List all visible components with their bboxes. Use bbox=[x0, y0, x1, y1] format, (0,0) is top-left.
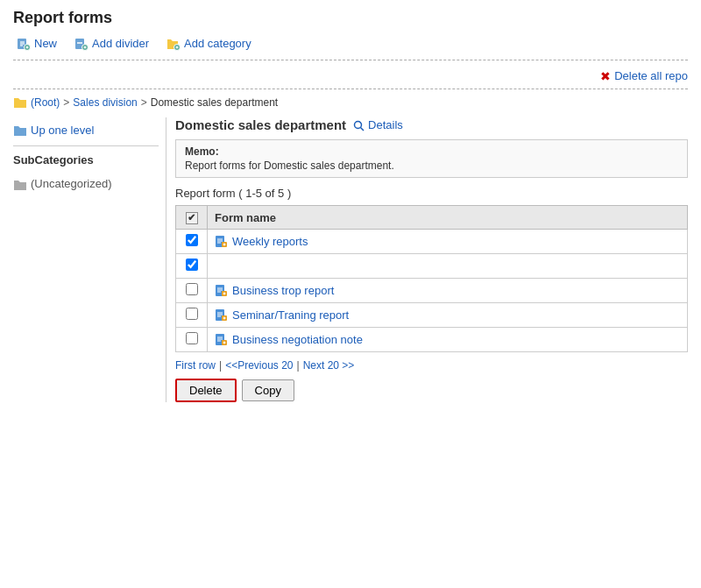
table-header-form-name: Form name bbox=[208, 206, 688, 230]
details-link[interactable]: Details bbox=[353, 118, 403, 132]
up-level-label: Up one level bbox=[31, 124, 94, 137]
content-header: Domestic sales department Details bbox=[175, 117, 688, 132]
add-category-icon bbox=[166, 36, 181, 51]
memo-text: Report forms for Domestic sales departme… bbox=[185, 159, 678, 172]
report-link-0[interactable]: Weekly reports bbox=[215, 235, 680, 248]
pagination-sep1: | bbox=[219, 359, 222, 372]
content-area: Domestic sales department Details Memo: … bbox=[175, 117, 688, 402]
row-name-cell-0: Weekly reports bbox=[208, 229, 688, 253]
new-icon bbox=[17, 36, 31, 51]
svg-point-15 bbox=[355, 121, 362, 128]
row-name-cell-3: Seminar/Traning report bbox=[208, 302, 688, 327]
uncategorized-item[interactable]: (Uncategorized) bbox=[13, 174, 159, 195]
memo-box: Memo: Report forms for Domestic sales de… bbox=[175, 139, 688, 178]
row-checkbox-3[interactable] bbox=[186, 308, 198, 320]
row-checkbox-2[interactable] bbox=[186, 283, 198, 295]
breadcrumb-domestic-sales: Domestic sales department bbox=[151, 96, 278, 109]
breadcrumb-sep2: > bbox=[141, 96, 147, 109]
row-checkbox-cell-1 bbox=[176, 253, 208, 278]
uncategorized-label: (Uncategorized) bbox=[31, 177, 112, 190]
report-icon bbox=[215, 284, 228, 297]
page-title: Report forms bbox=[13, 9, 688, 27]
table-row: Business trop report bbox=[176, 278, 688, 302]
report-link-4[interactable]: Business negotiation note bbox=[215, 333, 680, 346]
report-icon bbox=[215, 333, 228, 346]
new-button[interactable]: New bbox=[13, 34, 60, 53]
row-name-cell-2: Business trop report bbox=[208, 278, 688, 302]
next-link[interactable]: Next 20 >> bbox=[303, 359, 355, 372]
memo-label: Memo: bbox=[185, 145, 678, 158]
row-name-cell-1 bbox=[208, 253, 688, 278]
delete-button[interactable]: Delete bbox=[175, 379, 237, 402]
copy-button[interactable]: Copy bbox=[242, 379, 294, 401]
row-checkbox-1[interactable] bbox=[186, 259, 198, 271]
row-checkbox-cell-2 bbox=[176, 278, 208, 302]
report-form-header: Report form ( 1-5 of 5 ) bbox=[175, 187, 688, 200]
report-name-0: Weekly reports bbox=[232, 235, 308, 248]
report-name-3: Seminar/Traning report bbox=[232, 308, 349, 322]
breadcrumb-folder-icon bbox=[13, 96, 27, 110]
sidebar: Up one level SubCategories (Uncategorize… bbox=[13, 117, 166, 402]
report-table: ✔ Form name Weekly reports Busi bbox=[175, 205, 688, 352]
delete-all-icon: ✖ bbox=[600, 69, 611, 83]
add-category-label: Add category bbox=[184, 37, 251, 50]
table-header-checkbox: ✔ bbox=[176, 206, 208, 230]
svg-line-16 bbox=[361, 127, 365, 131]
prev-link[interactable]: <<Previous 20 bbox=[225, 359, 293, 372]
details-label: Details bbox=[368, 118, 403, 131]
breadcrumb-sales-division[interactable]: Sales division bbox=[73, 96, 137, 109]
up-one-level-link[interactable]: Up one level bbox=[13, 117, 159, 142]
delete-all-label: Delete all repo bbox=[614, 69, 688, 82]
report-link-3[interactable]: Seminar/Traning report bbox=[215, 308, 680, 322]
breadcrumb-root[interactable]: (Root) bbox=[31, 96, 60, 109]
table-row: Weekly reports bbox=[176, 229, 688, 253]
report-icon bbox=[215, 235, 228, 248]
table-row bbox=[176, 253, 688, 278]
row-checkbox-4[interactable] bbox=[186, 332, 198, 344]
breadcrumb: (Root) > Sales division > Domestic sales… bbox=[13, 96, 688, 110]
report-name-4: Business negotiation note bbox=[232, 333, 363, 346]
add-category-button[interactable]: Add category bbox=[163, 34, 255, 53]
breadcrumb-sep1: > bbox=[63, 96, 69, 109]
up-level-folder-icon bbox=[13, 123, 27, 137]
row-checkbox-0[interactable] bbox=[186, 234, 198, 246]
row-checkbox-cell-0 bbox=[176, 229, 208, 253]
pagination-row: First row | <<Previous 20 | Next 20 >> bbox=[175, 359, 688, 372]
main-content: Up one level SubCategories (Uncategorize… bbox=[13, 117, 688, 402]
delete-all-row: ✖ Delete all repo bbox=[13, 66, 688, 89]
report-link-2[interactable]: Business trop report bbox=[215, 284, 680, 297]
pagination-sep2: | bbox=[297, 359, 300, 372]
select-all-checkbox[interactable]: ✔ bbox=[186, 212, 198, 224]
report-name-2: Business trop report bbox=[232, 284, 334, 297]
toolbar: New Add divider bbox=[13, 34, 688, 60]
row-checkbox-cell-4 bbox=[176, 327, 208, 351]
add-divider-icon bbox=[74, 36, 89, 51]
sidebar-divider bbox=[13, 145, 159, 146]
add-divider-button[interactable]: Add divider bbox=[71, 34, 152, 53]
table-row: Business negotiation note bbox=[176, 327, 688, 351]
table-row: Seminar/Traning report bbox=[176, 302, 688, 327]
report-icon bbox=[215, 308, 228, 322]
table-body: Weekly reports Business trop report Semi… bbox=[176, 229, 688, 351]
row-name-cell-4: Business negotiation note bbox=[208, 327, 688, 351]
delete-all-button[interactable]: ✖ Delete all repo bbox=[600, 69, 688, 83]
uncategorized-folder-icon bbox=[13, 177, 27, 191]
details-search-icon bbox=[353, 118, 365, 132]
action-buttons: Delete Copy bbox=[175, 379, 688, 402]
first-row-link[interactable]: First row bbox=[175, 359, 216, 372]
subcategories-title: SubCategories bbox=[13, 153, 159, 166]
department-title: Domestic sales department bbox=[175, 117, 346, 132]
add-divider-label: Add divider bbox=[92, 37, 149, 50]
table-header-row: ✔ Form name bbox=[176, 206, 688, 230]
new-label: New bbox=[34, 37, 57, 50]
row-checkbox-cell-3 bbox=[176, 302, 208, 327]
